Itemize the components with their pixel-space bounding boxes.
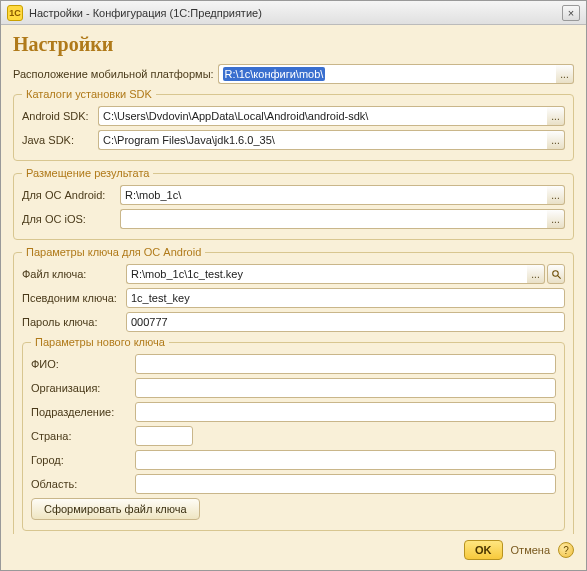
app-icon: 1C — [7, 5, 23, 21]
sdk-group: Каталоги установки SDK Android SDK: C:\U… — [13, 88, 574, 161]
content-area: Настройки Расположение мобильной платфор… — [1, 25, 586, 534]
platform-path-input[interactable]: R:\1с\конфиги\mob\ — [218, 64, 556, 84]
result-android-label: Для ОС Android: — [22, 189, 120, 201]
android-sdk-label: Android SDK: — [22, 110, 98, 122]
android-sdk-browse-button[interactable]: ... — [547, 106, 565, 126]
org-input[interactable] — [135, 378, 556, 398]
result-ios-browse-button[interactable]: ... — [547, 209, 565, 229]
key-alias-label: Псевдоним ключа: — [22, 292, 126, 304]
java-sdk-label: Java SDK: — [22, 134, 98, 146]
platform-path-label: Расположение мобильной платформы: — [13, 68, 218, 80]
key-legend: Параметры ключа для ОС Android — [22, 246, 205, 258]
region-label: Область: — [31, 478, 135, 490]
city-input[interactable] — [135, 450, 556, 470]
sdk-legend: Каталоги установки SDK — [22, 88, 156, 100]
key-alias-input[interactable]: 1c_test_key — [126, 288, 565, 308]
new-key-group: Параметры нового ключа ФИО: Организация:… — [22, 336, 565, 531]
result-ios-input[interactable] — [120, 209, 547, 229]
country-input[interactable] — [135, 426, 193, 446]
java-sdk-input[interactable]: C:\Program Files\Java\jdk1.6.0_35\ — [98, 130, 547, 150]
footer: OK Отмена ? — [1, 534, 586, 570]
city-label: Город: — [31, 454, 135, 466]
result-ios-label: Для ОС iOS: — [22, 213, 120, 225]
ok-button[interactable]: OK — [464, 540, 503, 560]
result-android-input[interactable]: R:\mob_1c\ — [120, 185, 547, 205]
svg-point-0 — [552, 270, 558, 276]
dept-input[interactable] — [135, 402, 556, 422]
java-sdk-browse-button[interactable]: ... — [547, 130, 565, 150]
android-sdk-input[interactable]: C:\Users\Dvdovin\AppData\Local\Android\a… — [98, 106, 547, 126]
country-label: Страна: — [31, 430, 135, 442]
window-title: Настройки - Конфигурация (1С:Предприятие… — [29, 7, 562, 19]
key-file-input[interactable]: R:\mob_1c\1c_test.key — [126, 264, 527, 284]
result-legend: Размещение результата — [22, 167, 153, 179]
generate-key-button[interactable]: Сформировать файл ключа — [31, 498, 200, 520]
page-title: Настройки — [13, 33, 574, 56]
key-file-browse-button[interactable]: ... — [527, 264, 545, 284]
settings-window: 1C Настройки - Конфигурация (1С:Предприя… — [0, 0, 587, 571]
org-label: Организация: — [31, 382, 135, 394]
search-icon — [551, 269, 562, 280]
help-icon: ? — [563, 545, 569, 556]
result-group: Размещение результата Для ОС Android: R:… — [13, 167, 574, 240]
key-file-search-button[interactable] — [547, 264, 565, 284]
mobile-platform-row: Расположение мобильной платформы: R:\1с\… — [13, 64, 574, 84]
cancel-button[interactable]: Отмена — [511, 544, 550, 556]
key-pwd-input[interactable]: 000777 — [126, 312, 565, 332]
platform-path-browse-button[interactable]: ... — [556, 64, 574, 84]
key-file-label: Файл ключа: — [22, 268, 126, 280]
key-group: Параметры ключа для ОС Android Файл ключ… — [13, 246, 574, 534]
new-key-legend: Параметры нового ключа — [31, 336, 169, 348]
region-input[interactable] — [135, 474, 556, 494]
titlebar[interactable]: 1C Настройки - Конфигурация (1С:Предприя… — [1, 1, 586, 25]
fio-input[interactable] — [135, 354, 556, 374]
svg-line-1 — [557, 275, 560, 278]
key-pwd-label: Пароль ключа: — [22, 316, 126, 328]
help-button[interactable]: ? — [558, 542, 574, 558]
close-icon[interactable]: × — [562, 5, 580, 21]
result-android-browse-button[interactable]: ... — [547, 185, 565, 205]
fio-label: ФИО: — [31, 358, 135, 370]
dept-label: Подразделение: — [31, 406, 135, 418]
